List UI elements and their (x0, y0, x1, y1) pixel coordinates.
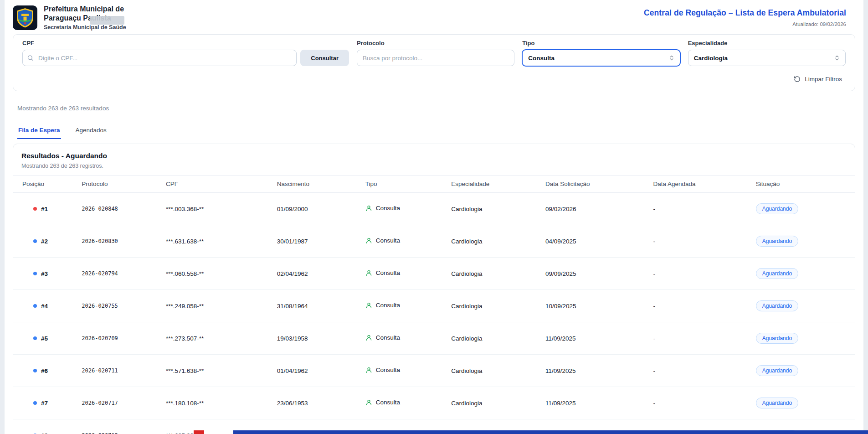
type-cell: Consulta (361, 193, 447, 225)
cpf-cell: ***.571.638-** (161, 355, 272, 387)
column-header: Protocolo (77, 176, 161, 193)
position-cell: #6 (13, 355, 77, 387)
tab-agendados[interactable]: Agendados (75, 124, 108, 139)
protocol-cell: 2026-020717 (77, 387, 161, 419)
priority-dot (33, 207, 37, 211)
limpar-filtros-button[interactable]: Limpar Filtros (790, 74, 846, 84)
status-cell: Aguardando (751, 258, 855, 290)
table-head: PosiçãoProtocoloCPFNascimentoTipoEspecia… (13, 176, 855, 193)
type-cell: Consulta (361, 355, 447, 387)
priority-dot (33, 369, 37, 372)
birth-cell: 01/09/2000 (272, 193, 361, 225)
table-row: #62026-020711***.571.638-**01/04/1962Con… (13, 355, 855, 387)
specialty-select[interactable]: Cardiologia (688, 50, 846, 66)
cpf-input[interactable] (22, 50, 297, 66)
requested-date-cell: 11/09/2025 (541, 387, 648, 419)
protocol-input[interactable] (357, 50, 514, 66)
type-label: Consulta (376, 334, 400, 341)
cpf-cell: ***.273.507-** (161, 322, 272, 355)
status-badge: Aguardando (756, 203, 798, 214)
column-header: Especialidade (447, 176, 541, 193)
requested-date-cell: 04/09/2025 (541, 225, 648, 258)
table-row: #22026-020830***.631.638-**30/01/1987Con… (13, 225, 855, 258)
type-label: Consulta (376, 399, 400, 406)
consultar-button[interactable]: Consultar (300, 50, 349, 66)
column-header: Posição (13, 176, 77, 193)
specialty-cell: Cardiologia (447, 322, 541, 355)
type-select[interactable]: Consulta (522, 50, 680, 66)
position-cell: #4 (13, 290, 77, 322)
scheduled-date-cell: - (648, 322, 751, 355)
position-number: #7 (41, 400, 48, 407)
specialty-filter-group: Especialidade Cardiologia (688, 40, 846, 66)
position-cell: #7 (13, 387, 77, 419)
chevrons-up-down-icon (834, 55, 840, 61)
reset-icon (794, 76, 801, 83)
type-label: Consulta (376, 269, 400, 276)
specialty-cell: Cardiologia (447, 290, 541, 322)
priority-dot (33, 304, 37, 308)
specialty-cell: Cardiologia (447, 355, 541, 387)
status-cell: Aguardando (751, 225, 855, 258)
table-body: #12026-020848***.003.368-**01/09/2000Con… (13, 193, 855, 434)
cpf-filter-group: CPF Consultar (22, 40, 349, 66)
protocol-cell: 2026-020830 (77, 225, 161, 258)
protocol-filter-group: Protocolo (357, 40, 514, 66)
municipality-logo (13, 5, 37, 30)
requested-date-cell: 09/02/2026 (541, 193, 648, 225)
position-number: #4 (41, 303, 48, 310)
position-cell: #1 (13, 193, 77, 225)
requested-date-cell: 10/09/2025 (541, 290, 648, 322)
person-icon (365, 237, 372, 244)
protocol-cell: 2026-020794 (77, 258, 161, 290)
scheduled-date-cell: - (648, 193, 751, 225)
type-label: Consulta (376, 367, 400, 373)
cpf-label: CPF (22, 40, 349, 46)
birth-cell: 19/03/1958 (272, 322, 361, 355)
org-identity: Prefeitura Municipal de Paraguaçu Paulis… (44, 5, 126, 31)
position-cell: #5 (13, 322, 77, 355)
requested-date-cell: 11/09/2025 (541, 322, 648, 355)
person-icon (365, 302, 372, 309)
type-label: Consulta (376, 205, 400, 212)
status-cell: Aguardando (751, 387, 855, 419)
topbar: Prefeitura Municipal de Paraguaçu Paulis… (5, 0, 863, 33)
priority-dot (33, 336, 37, 340)
status-badge: Aguardando (756, 236, 798, 247)
cpf-cell: ***.631.638-** (161, 225, 272, 258)
page: Prefeitura Municipal de Paraguaçu Paulis… (0, 0, 868, 434)
person-icon (365, 334, 372, 341)
column-header: Nascimento (272, 176, 361, 193)
protocol-cell: 2026-020709 (77, 322, 161, 355)
position-number: #3 (41, 270, 48, 277)
status-cell: Aguardando (751, 322, 855, 355)
cpf-cell: ***.003.368-** (161, 193, 272, 225)
filters-row: CPF Consultar Protocolo (22, 40, 846, 66)
header-right: Central de Regulação – Lista de Espera A… (644, 8, 852, 27)
status-badge: Aguardando (756, 268, 798, 279)
birth-cell: 31/08/1964 (272, 290, 361, 322)
scheduled-date-cell: - (648, 258, 751, 290)
org-name-line1: Prefeitura Municipal de (44, 5, 126, 14)
tab-fila-de-espera[interactable]: Fila de Espera (17, 124, 61, 139)
table-row: #42026-020755***.249.058-**31/08/1964Con… (13, 290, 855, 322)
specialty-cell: Cardiologia (447, 225, 541, 258)
status-cell: Aguardando (751, 290, 855, 322)
status-cell: Aguardando (751, 355, 855, 387)
specialty-label: Especialidade (688, 40, 846, 46)
scheduled-date-cell: - (648, 355, 751, 387)
results-subtitle: Mostrando 263 de 263 registros. (21, 163, 847, 169)
tabs: Fila de Espera Agendados (13, 124, 855, 139)
birth-cell: 02/04/1962 (272, 258, 361, 290)
cpf-cell: ***.249.058-** (161, 290, 272, 322)
type-label: Consulta (376, 237, 400, 244)
results-title: Resultados - Aguardando (21, 152, 847, 160)
requested-date-cell: 11/09/2025 (541, 355, 648, 387)
table-row: #32026-020794***.060.558-**02/04/1962Con… (13, 258, 855, 290)
type-select-value: Consulta (528, 55, 555, 62)
type-cell: Consulta (361, 387, 447, 419)
position-number: #8 (41, 432, 48, 434)
chevrons-up-down-icon (668, 55, 675, 61)
redacted-text (90, 16, 124, 25)
filters-card: CPF Consultar Protocolo (13, 34, 855, 91)
